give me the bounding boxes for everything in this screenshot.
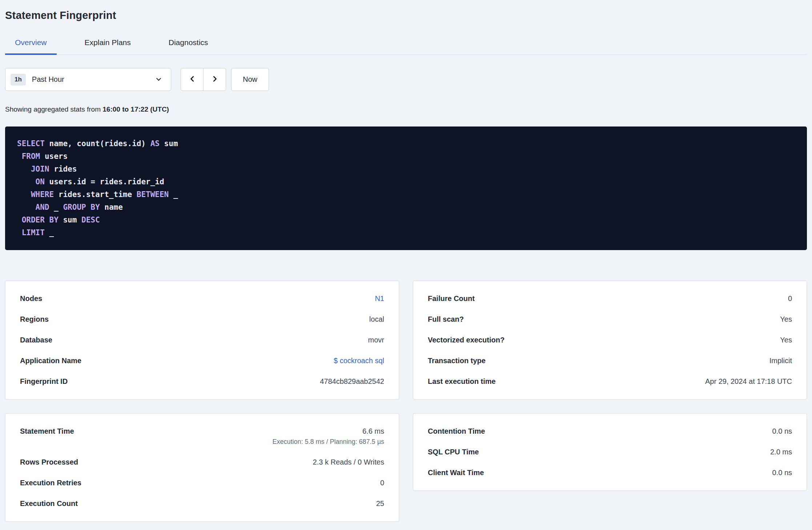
statement-time-label: Statement Time bbox=[20, 427, 74, 446]
table-row: Last execution time Apr 29, 2024 at 17:1… bbox=[428, 371, 792, 392]
statement-time-value-block: 6.6 ms Execution: 5.8 ms / Planning: 687… bbox=[272, 427, 384, 446]
failure-count-label: Failure Count bbox=[428, 294, 475, 303]
contention-time-label: Contention Time bbox=[428, 427, 485, 435]
contention-time-value: 0.0 ns bbox=[772, 427, 792, 435]
last-execution-time-value: Apr 29, 2024 at 17:18 UTC bbox=[705, 377, 792, 386]
application-name-link[interactable]: $ cockroach sql bbox=[334, 357, 384, 365]
regions-value: local bbox=[369, 315, 384, 324]
database-value: movr bbox=[368, 336, 384, 344]
nodes-value-link[interactable]: N1 bbox=[375, 294, 384, 303]
vectorized-execution-label: Vectorized execution? bbox=[428, 336, 505, 344]
table-row: SQL CPU Time 2.0 ms bbox=[428, 442, 792, 462]
table-row: Transaction type Implicit bbox=[428, 350, 792, 371]
previous-range-button[interactable] bbox=[181, 68, 204, 91]
vectorized-execution-value: Yes bbox=[780, 336, 792, 344]
timing-cards: Statement Time 6.6 ms Execution: 5.8 ms … bbox=[5, 413, 807, 522]
table-row: Application Name $ cockroach sql bbox=[20, 350, 384, 371]
full-scan-label: Full scan? bbox=[428, 315, 464, 324]
database-label: Database bbox=[20, 336, 52, 344]
tab-explain-plans[interactable]: Explain Plans bbox=[75, 35, 141, 55]
table-row: Nodes N1 bbox=[20, 288, 384, 309]
time-range-dropdown[interactable]: 1h Past Hour bbox=[5, 68, 171, 91]
statement-details-card: Nodes N1 Regions local Database movr App… bbox=[5, 281, 399, 399]
sql-cpu-time-label: SQL CPU Time bbox=[428, 448, 479, 456]
sql-line: ON users.id = rides.rider_id bbox=[17, 176, 795, 188]
table-row: Fingerprint ID 4784cb829aab2542 bbox=[20, 371, 384, 392]
execution-count-value: 25 bbox=[376, 499, 384, 508]
application-name-label: Application Name bbox=[20, 357, 81, 365]
table-row: Database movr bbox=[20, 330, 384, 350]
sql-cpu-time-value: 2.0 ms bbox=[770, 448, 792, 456]
client-wait-time-value: 0.0 ns bbox=[772, 469, 792, 477]
table-row: Full scan? Yes bbox=[428, 309, 792, 330]
sql-line: JOIN rides bbox=[17, 163, 795, 176]
time-range-arrows bbox=[181, 68, 226, 91]
statement-time-breakdown: Execution: 5.8 ms / Planning: 687.5 µs bbox=[272, 438, 384, 446]
sql-line: LIMIT _ bbox=[17, 226, 795, 239]
table-row: Regions local bbox=[20, 309, 384, 330]
table-row: Execution Retries 0 bbox=[20, 473, 384, 493]
table-row: Statement Time 6.6 ms Execution: 5.8 ms … bbox=[20, 421, 384, 452]
table-row: Client Wait Time 0.0 ns bbox=[428, 462, 792, 483]
chevron-down-icon bbox=[155, 76, 162, 83]
transaction-type-value: Implicit bbox=[769, 357, 792, 365]
time-range-label: Past Hour bbox=[32, 75, 64, 84]
execution-attributes-card: Failure Count 0 Full scan? Yes Vectorize… bbox=[413, 281, 807, 399]
table-row: Rows Processed 2.3 k Reads / 0 Writes bbox=[20, 452, 384, 473]
time-controls: 1h Past Hour Now bbox=[5, 68, 807, 91]
transaction-type-label: Transaction type bbox=[428, 357, 486, 365]
table-row: Failure Count 0 bbox=[428, 288, 792, 309]
tab-diagnostics[interactable]: Diagnostics bbox=[159, 35, 218, 55]
wait-times-card: Contention Time 0.0 ns SQL CPU Time 2.0 … bbox=[413, 413, 807, 491]
page-title: Statement Fingerprint bbox=[5, 9, 807, 21]
table-row: Contention Time 0.0 ns bbox=[428, 421, 792, 442]
sql-line: FROM users bbox=[17, 150, 795, 163]
next-range-button[interactable] bbox=[203, 68, 226, 91]
regions-label: Regions bbox=[20, 315, 49, 324]
sql-line: SELECT name, count(rides.id) AS sum bbox=[17, 137, 795, 150]
failure-count-value: 0 bbox=[788, 294, 792, 303]
aggregated-stats-line: Showing aggregated stats from 16:00 to 1… bbox=[5, 105, 807, 113]
table-row: Vectorized execution? Yes bbox=[428, 330, 792, 350]
statement-time-card: Statement Time 6.6 ms Execution: 5.8 ms … bbox=[5, 413, 399, 522]
fingerprint-id-label: Fingerprint ID bbox=[20, 377, 68, 386]
rows-processed-label: Rows Processed bbox=[20, 458, 78, 466]
execution-retries-label: Execution Retries bbox=[20, 479, 81, 487]
client-wait-time-label: Client Wait Time bbox=[428, 469, 484, 477]
time-range-badge: 1h bbox=[11, 74, 26, 85]
sql-line: WHERE rides.start_time BETWEEN _ bbox=[17, 188, 795, 201]
full-scan-value: Yes bbox=[780, 315, 792, 324]
fingerprint-id-value: 4784cb829aab2542 bbox=[320, 377, 384, 386]
stats-time-range: 16:00 to 17:22 (UTC) bbox=[102, 105, 169, 113]
stats-prefix: Showing aggregated stats from bbox=[5, 105, 102, 113]
tab-overview[interactable]: Overview bbox=[5, 35, 57, 55]
chevron-right-icon bbox=[211, 75, 219, 84]
execution-retries-value: 0 bbox=[380, 479, 384, 487]
sql-line: ORDER BY sum DESC bbox=[17, 214, 795, 226]
table-row: Execution Count 25 bbox=[20, 493, 384, 514]
sql-statement-box: SELECT name, count(rides.id) AS sum FROM… bbox=[5, 127, 807, 250]
sql-code: SELECT name, count(rides.id) AS sum FROM… bbox=[17, 137, 795, 239]
last-execution-time-label: Last execution time bbox=[428, 377, 496, 386]
execution-count-label: Execution Count bbox=[20, 499, 78, 508]
sql-line: AND _ GROUP BY name bbox=[17, 201, 795, 214]
nodes-label: Nodes bbox=[20, 294, 42, 303]
rows-processed-value: 2.3 k Reads / 0 Writes bbox=[313, 458, 384, 466]
details-cards: Nodes N1 Regions local Database movr App… bbox=[5, 281, 807, 399]
chevron-left-icon bbox=[188, 75, 196, 84]
tab-bar: Overview Explain Plans Diagnostics bbox=[5, 35, 807, 55]
statement-time-value: 6.6 ms bbox=[272, 427, 384, 435]
statement-fingerprint-page: Statement Fingerprint Overview Explain P… bbox=[0, 0, 812, 530]
now-button[interactable]: Now bbox=[231, 68, 269, 91]
